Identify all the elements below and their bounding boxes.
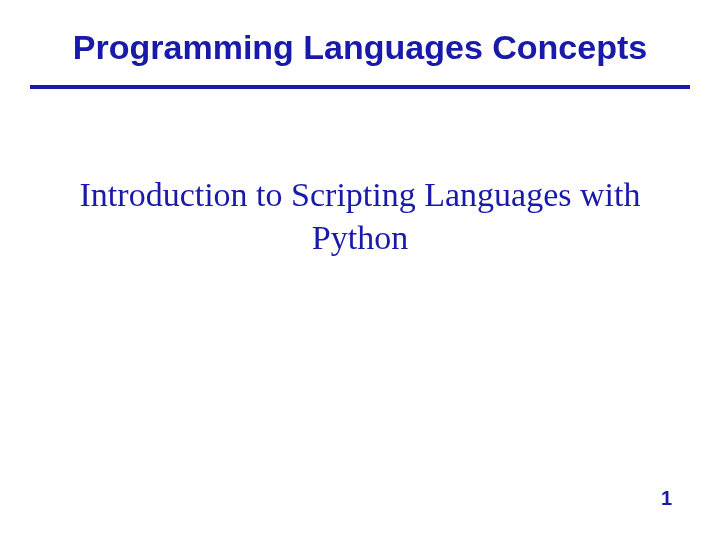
title-divider: [30, 85, 690, 89]
slide-container: Programming Languages Concepts Introduct…: [0, 0, 720, 540]
slide-title: Programming Languages Concepts: [40, 28, 680, 67]
slide-subtitle: Introduction to Scripting Languages with…: [40, 174, 680, 259]
page-number: 1: [661, 487, 672, 510]
